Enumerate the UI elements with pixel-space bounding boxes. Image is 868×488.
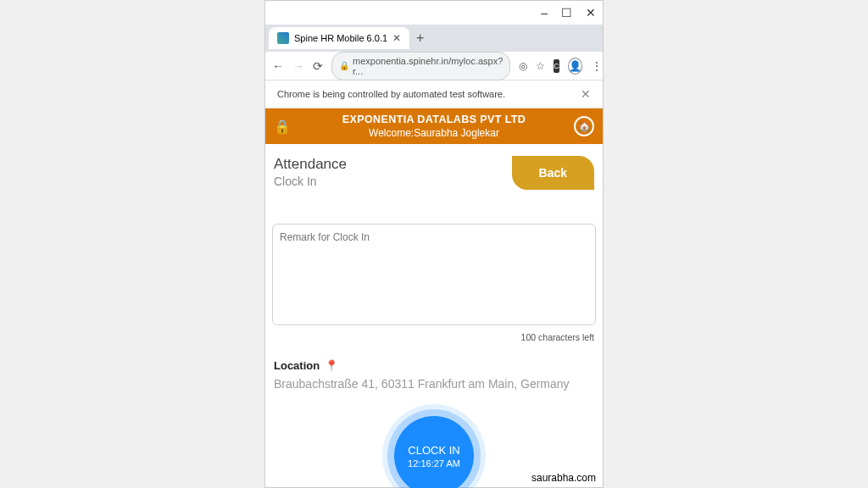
clock-in-label: CLOCK IN bbox=[408, 444, 459, 457]
automation-info-bar: Chrome is being controlled by automated … bbox=[265, 80, 603, 108]
location-pin-icon: 📍 bbox=[325, 359, 338, 372]
clock-in-time: 12:16:27 AM bbox=[408, 458, 460, 469]
page-subtitle: Clock In bbox=[274, 175, 347, 188]
header-lock-icon[interactable]: 🔒 bbox=[274, 119, 291, 135]
browser-tabs: Spine HR Mobile 6.0.1 ✕ + bbox=[265, 25, 603, 52]
page-content: Attendance Clock In Back 100 characters … bbox=[265, 144, 603, 488]
clock-in-button[interactable]: CLOCK IN 12:16:27 AM bbox=[394, 416, 474, 488]
browser-nav: ← → ⟳ 🔒 mexponentia.spinehr.in/myloc.asp… bbox=[265, 52, 603, 80]
location-label: Location bbox=[274, 359, 320, 372]
remark-input[interactable] bbox=[272, 224, 596, 325]
minimize-icon[interactable]: – bbox=[541, 6, 548, 19]
location-value: Braubachstraße 41, 60311 Frankfurt am Ma… bbox=[272, 377, 596, 391]
forward-icon[interactable]: → bbox=[292, 59, 304, 73]
extension-c-icon[interactable]: C bbox=[554, 59, 559, 73]
char-counter: 100 characters left bbox=[272, 332, 596, 342]
lock-icon: 🔒 bbox=[339, 61, 349, 70]
welcome-text: Welcome:Saurabha Joglekar bbox=[272, 127, 596, 139]
tab-title: Spine HR Mobile 6.0.1 bbox=[294, 33, 387, 43]
star-icon[interactable]: ☆ bbox=[536, 59, 545, 73]
new-tab-button[interactable]: + bbox=[409, 30, 431, 46]
automation-message: Chrome is being controlled by automated … bbox=[277, 89, 505, 99]
url-text: mexponentia.spinehr.in/myloc.aspx?r... bbox=[353, 56, 503, 76]
watermark: saurabha.com bbox=[531, 472, 596, 484]
home-icon[interactable]: 🏠 bbox=[574, 116, 594, 136]
close-tab-icon[interactable]: ✕ bbox=[392, 32, 401, 44]
profile-avatar-icon[interactable]: 👤 bbox=[568, 58, 582, 75]
app-header: 🔒 EXPONENTIA DATALABS PVT LTD Welcome:Sa… bbox=[265, 108, 603, 144]
window-title-bar: – ☐ ✕ bbox=[265, 1, 603, 25]
back-icon[interactable]: ← bbox=[272, 59, 284, 73]
favicon-icon bbox=[277, 32, 289, 44]
close-window-icon[interactable]: ✕ bbox=[586, 6, 596, 19]
back-button[interactable]: Back bbox=[512, 156, 594, 190]
browser-tab[interactable]: Spine HR Mobile 6.0.1 ✕ bbox=[269, 27, 409, 49]
target-icon[interactable]: ◎ bbox=[519, 59, 527, 73]
reload-icon[interactable]: ⟳ bbox=[313, 59, 323, 73]
company-title: EXPONENTIA DATALABS PVT LTD bbox=[272, 114, 596, 125]
url-bar[interactable]: 🔒 mexponentia.spinehr.in/myloc.aspx?r... bbox=[331, 52, 510, 80]
close-infobar-icon[interactable]: ✕ bbox=[581, 87, 591, 101]
maximize-icon[interactable]: ☐ bbox=[561, 6, 572, 19]
page-title: Attendance bbox=[274, 156, 347, 173]
menu-icon[interactable]: ⋮ bbox=[591, 59, 603, 73]
